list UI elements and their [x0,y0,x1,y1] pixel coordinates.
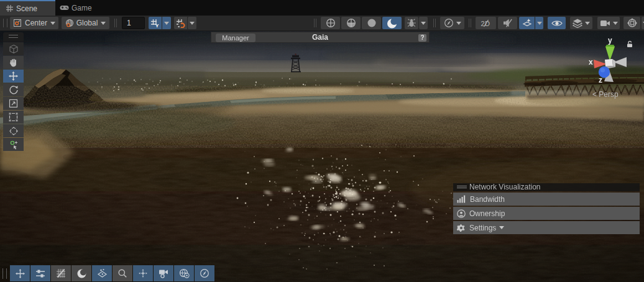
svg-text:y: y [608,36,612,45]
svg-text:z: z [599,76,602,84]
svg-text:x: x [589,58,593,66]
svg-text:Y: Y [155,23,159,28]
